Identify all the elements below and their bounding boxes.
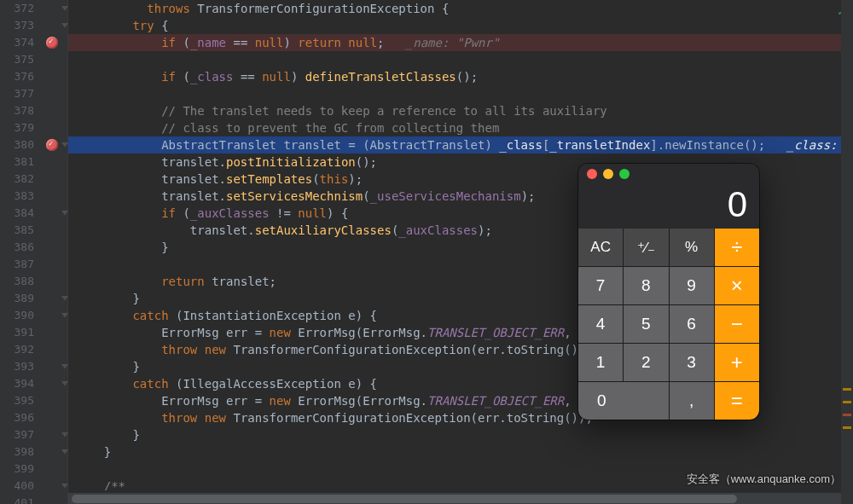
- breakpoint-icon[interactable]: [46, 37, 58, 49]
- line-number: 396: [0, 409, 36, 426]
- line-number: 400: [0, 478, 36, 495]
- window-minimize-button[interactable]: [603, 169, 613, 179]
- code-line[interactable]: // The translet needs to keep a referenc…: [68, 102, 853, 119]
- error-marker[interactable]: [843, 414, 851, 416]
- horizontal-scrollbar[interactable]: [68, 492, 841, 504]
- line-number: 398: [0, 443, 36, 461]
- calc-key-7[interactable]: 7: [578, 267, 623, 304]
- fold-indicator-icon[interactable]: [61, 364, 68, 371]
- fold-indicator-icon[interactable]: [61, 449, 68, 456]
- horizontal-scrollbar-thumb[interactable]: [72, 495, 737, 503]
- calc-key-9[interactable]: 9: [670, 267, 714, 304]
- code-line[interactable]: if (_name == null) return null; _name: "…: [68, 34, 853, 51]
- code-line[interactable]: [68, 85, 853, 102]
- code-line[interactable]: }: [68, 426, 853, 443]
- line-number: 393: [0, 358, 36, 375]
- line-number: 379: [0, 119, 36, 136]
- fold-indicator-icon[interactable]: [61, 23, 68, 30]
- warning-marker[interactable]: [843, 401, 851, 403]
- line-number: 383: [0, 188, 36, 205]
- window-maximize-button[interactable]: [619, 169, 630, 179]
- line-number: 378: [0, 102, 36, 119]
- fold-indicator-icon[interactable]: [61, 211, 68, 217]
- line-number: 391: [0, 324, 36, 341]
- calc-key-multiply[interactable]: ×: [715, 267, 759, 304]
- line-number: 390: [0, 307, 36, 324]
- fold-indicator-icon[interactable]: [61, 381, 68, 388]
- fold-indicator-icon[interactable]: [61, 142, 68, 149]
- line-number: 392: [0, 341, 36, 358]
- line-number: 377: [0, 85, 36, 102]
- calculator-window[interactable]: 0 AC⁺⁄₋%÷789×456−123+0,=: [578, 164, 759, 420]
- calc-key-minus[interactable]: −: [715, 305, 759, 343]
- calc-key-divide[interactable]: ÷: [715, 229, 759, 266]
- editor-gutter[interactable]: 3723733743753763773783793803813823833843…: [0, 0, 68, 504]
- code-line[interactable]: }: [68, 443, 853, 461]
- fold-indicator-icon[interactable]: [61, 484, 68, 490]
- line-number: 376: [0, 68, 36, 85]
- line-number: 374: [0, 34, 36, 51]
- code-line[interactable]: AbstractTranslet translet = (AbstractTra…: [68, 136, 853, 154]
- calc-key-plus[interactable]: +: [715, 344, 759, 381]
- window-close-button[interactable]: [587, 169, 597, 179]
- line-number: 399: [0, 461, 36, 478]
- line-number: 372: [0, 0, 36, 17]
- calculator-display: 0: [578, 184, 759, 229]
- fold-indicator-icon[interactable]: [61, 296, 68, 303]
- code-line[interactable]: throws TransformerConfigurationException…: [68, 0, 853, 17]
- warning-marker[interactable]: [843, 388, 851, 391]
- line-number: 389: [0, 290, 36, 307]
- calc-key-negate[interactable]: ⁺⁄₋: [624, 229, 668, 266]
- line-number: 385: [0, 222, 36, 239]
- calc-key-3[interactable]: 3: [670, 344, 714, 381]
- watermark-text: 安全客（www.anquanke.com）: [687, 472, 841, 487]
- calc-key-4[interactable]: 4: [578, 305, 623, 343]
- line-number: 388: [0, 273, 36, 290]
- fold-indicator-icon[interactable]: [61, 313, 68, 320]
- code-line[interactable]: // class to prevent the GC from collecti…: [68, 119, 853, 136]
- calculator-keypad: AC⁺⁄₋%÷789×456−123+0,=: [578, 229, 759, 420]
- line-number: 373: [0, 17, 36, 34]
- line-number: 381: [0, 154, 36, 171]
- line-number: 384: [0, 205, 36, 222]
- calc-key-ac[interactable]: AC: [578, 229, 623, 266]
- calc-key-1[interactable]: 1: [578, 344, 623, 381]
- fold-indicator-icon[interactable]: [61, 432, 68, 439]
- calc-key-percent[interactable]: %: [670, 229, 714, 266]
- calc-key-decimal[interactable]: ,: [670, 382, 714, 420]
- calc-key-6[interactable]: 6: [670, 305, 714, 343]
- breakpoint-icon[interactable]: [46, 139, 58, 151]
- calc-key-0[interactable]: 0: [578, 382, 669, 420]
- line-number: 380: [0, 136, 36, 154]
- code-line[interactable]: [68, 51, 853, 68]
- fold-indicator-icon[interactable]: [61, 6, 68, 13]
- calc-key-2[interactable]: 2: [624, 344, 668, 381]
- warning-marker[interactable]: [843, 426, 851, 429]
- calc-key-8[interactable]: 8: [624, 267, 668, 304]
- calculator-titlebar[interactable]: [578, 164, 759, 184]
- error-stripe[interactable]: [841, 0, 853, 504]
- line-number: 375: [0, 51, 36, 68]
- calc-key-5[interactable]: 5: [624, 305, 668, 343]
- calc-key-equals[interactable]: =: [715, 382, 759, 420]
- line-number: 397: [0, 426, 36, 443]
- line-number: 401: [0, 495, 36, 504]
- line-number: 395: [0, 392, 36, 409]
- code-line[interactable]: if (_class == null) defineTransletClasse…: [68, 68, 853, 85]
- line-number: 386: [0, 239, 36, 256]
- line-number: 394: [0, 375, 36, 392]
- code-line[interactable]: try {: [68, 17, 853, 34]
- line-number: 387: [0, 256, 36, 273]
- line-number: 382: [0, 171, 36, 188]
